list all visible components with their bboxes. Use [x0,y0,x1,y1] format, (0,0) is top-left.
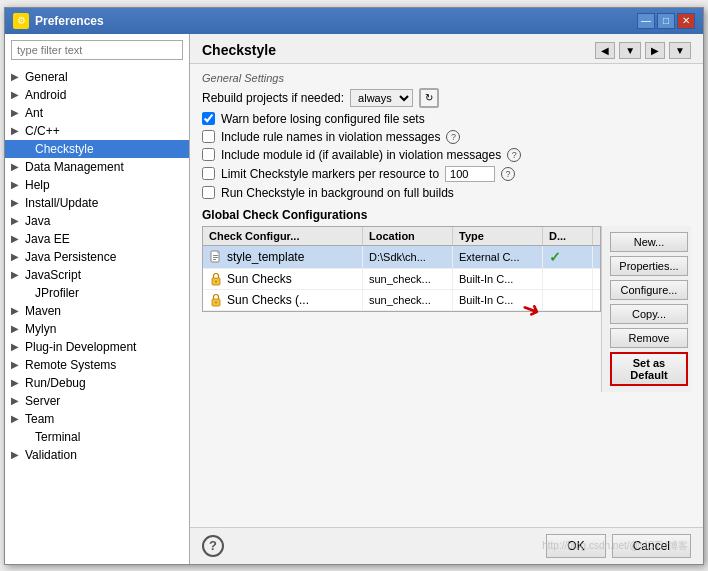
nav-dropdown-button[interactable]: ▼ [619,42,641,59]
help-button[interactable]: ? [202,535,224,557]
limit-row: Limit Checkstyle markers per resource to… [202,166,691,182]
sidebar-item-label: Server [25,394,60,408]
module-id-help-icon[interactable]: ? [507,148,521,162]
right-panel: Checkstyle ◀ ▼ ▶ ▼ General Settings Reb [190,34,703,564]
sidebar-item-maven[interactable]: ▶ Maven [5,302,189,320]
copy-button[interactable]: Copy... [610,304,688,324]
background-checkbox[interactable] [202,186,215,199]
settings-section: General Settings Rebuild projects if nee… [202,72,691,200]
row-name: Sun Checks [203,269,363,289]
module-id-checkbox[interactable] [202,148,215,161]
refresh-icon[interactable]: ↻ [419,88,439,108]
bottom-bar: ? OK Cancel [190,527,703,564]
limit-label: Limit Checkstyle markers per resource to [221,167,439,181]
col-header-type: Type [453,227,543,245]
sidebar-item-help[interactable]: ▶ Help [5,176,189,194]
sidebar-item-java[interactable]: ▶ Java [5,212,189,230]
maximize-button[interactable]: □ [657,13,675,29]
tree-arrow: ▶ [11,161,21,172]
nav-back-button[interactable]: ◀ [595,42,615,59]
sidebar-item-label: Terminal [35,430,80,444]
sidebar-item-java-ee[interactable]: ▶ Java EE [5,230,189,248]
warn-label: Warn before losing configured file sets [221,112,425,126]
sidebar-item-label: Help [25,178,50,192]
new-button[interactable]: New... [610,232,688,252]
tree-arrow: ▶ [11,233,21,244]
lock-icon [209,293,223,307]
rule-names-help-icon[interactable]: ? [446,130,460,144]
sidebar-item-label: Maven [25,304,61,318]
row-location: D:\Sdk\ch... [363,246,453,268]
title-bar-left: ⚙ Preferences [13,13,104,29]
svg-rect-3 [213,259,216,260]
sidebar-item-server[interactable]: ▶ Server [5,392,189,410]
sidebar-item-checkstyle[interactable]: Checkstyle [5,140,189,158]
tree-arrow: ▶ [11,359,21,370]
warn-checkbox[interactable] [202,112,215,125]
table-row[interactable]: Sun Checks sun_check... Built-In C... [203,269,600,290]
set-default-button[interactable]: Set as Default [610,352,688,386]
panel-content: General Settings Rebuild projects if nee… [190,64,703,527]
filter-input[interactable] [11,40,183,60]
sidebar-item-run-debug[interactable]: ▶ Run/Debug [5,374,189,392]
sidebar-item-general[interactable]: ▶ General [5,68,189,86]
limit-input[interactable] [445,166,495,182]
svg-rect-2 [213,257,218,258]
sidebar-item-label: Mylyn [25,322,56,336]
sidebar-item-install-update[interactable]: ▶ Install/Update [5,194,189,212]
svg-point-7 [215,301,217,303]
check-configs-table: Check Configur... Location Type D... [202,226,601,312]
row-name: style_template [203,246,363,268]
remove-button[interactable]: Remove [610,328,688,348]
table-row[interactable]: style_template D:\Sdk\ch... External C..… [203,246,600,269]
side-buttons-panel: New... Properties... Configure... Copy..… [601,226,691,392]
sidebar-item-label: Java [25,214,50,228]
ok-button[interactable]: OK [546,534,605,558]
sidebar-item-jprofiler[interactable]: JProfiler [5,284,189,302]
sidebar-item-data-management[interactable]: ▶ Data Management [5,158,189,176]
tree-arrow: ▶ [11,251,21,262]
tree-arrow: ▶ [11,377,21,388]
sidebar-item-android[interactable]: ▶ Android [5,86,189,104]
limit-checkbox[interactable] [202,167,215,180]
tree-arrow: ▶ [11,215,21,226]
sidebar-item-mylyn[interactable]: ▶ Mylyn [5,320,189,338]
section-label: General Settings [202,72,691,84]
properties-button[interactable]: Properties... [610,256,688,276]
configure-button[interactable]: Configure... [610,280,688,300]
sidebar-item-remote-systems[interactable]: ▶ Remote Systems [5,356,189,374]
sidebar-item-label: Data Management [25,160,124,174]
minimize-button[interactable]: — [637,13,655,29]
close-button[interactable]: ✕ [677,13,695,29]
nav-forward-button[interactable]: ▶ [645,42,665,59]
sidebar-item-javascript[interactable]: ▶ JavaScript [5,266,189,284]
rebuild-select[interactable]: always never prompt [350,89,413,107]
tree-arrow: ▶ [11,269,21,280]
sidebar-item-cpp[interactable]: ▶ C/C++ [5,122,189,140]
cancel-button[interactable]: Cancel [612,534,691,558]
tree-arrow: ▶ [11,179,21,190]
row-name: Sun Checks (... [203,290,363,310]
sidebar-item-validation[interactable]: ▶ Validation [5,446,189,464]
sidebar-item-team[interactable]: ▶ Team [5,410,189,428]
sidebar-item-java-persistence[interactable]: ▶ Java Persistence [5,248,189,266]
tree-arrow: ▶ [11,323,21,334]
col-header-name: Check Configur... [203,227,363,245]
rule-names-checkbox[interactable] [202,130,215,143]
sidebar-item-label: Validation [25,448,77,462]
rebuild-label: Rebuild projects if needed: [202,91,344,105]
sidebar-item-label: Install/Update [25,196,98,210]
lock-icon [209,272,223,286]
sidebar-item-terminal[interactable]: Terminal [5,428,189,446]
preferences-dialog: ⚙ Preferences — □ ✕ ▶ General ▶ Android [4,7,704,565]
rule-names-row: Include rule names in violation messages… [202,130,691,144]
svg-point-5 [215,280,217,282]
row-location: sun_check... [363,290,453,310]
sidebar-item-ant[interactable]: ▶ Ant [5,104,189,122]
sidebar-item-plugin-development[interactable]: ▶ Plug-in Development [5,338,189,356]
default-checkmark: ✓ [549,249,561,265]
tree-arrow: ▶ [11,125,21,136]
nav-dropdown2-button[interactable]: ▼ [669,42,691,59]
limit-help-icon[interactable]: ? [501,167,515,181]
dialog-title: Preferences [35,14,104,28]
